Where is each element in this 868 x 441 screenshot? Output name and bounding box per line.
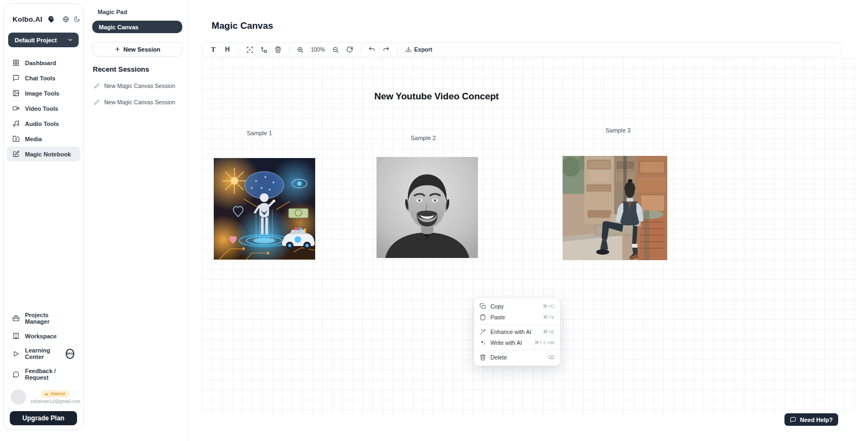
avatar	[11, 389, 26, 405]
dashboard-icon	[12, 59, 20, 66]
need-help-button[interactable]: Need Help?	[784, 413, 838, 426]
sidebar-item-label: Image Tools	[25, 90, 59, 97]
sidebar-item-label: Learning Center	[25, 347, 59, 360]
sidebar-bottom: Projects Manager Workspace Learning Cent…	[4, 308, 83, 425]
sidebar-item-chat-tools[interactable]: Chat Tools	[7, 71, 80, 85]
plus-icon	[114, 46, 120, 52]
delete-tool-button[interactable]	[271, 43, 284, 55]
sidebar-item-video-tools[interactable]: Video Tools	[7, 101, 80, 116]
sidebar-item-label: Audio Tools	[25, 121, 59, 127]
sidebar-item-label: Projects Manager	[25, 312, 74, 325]
moon-icon[interactable]	[73, 16, 80, 23]
context-menu-item-delete[interactable]: Delete ⌫	[474, 352, 560, 363]
canvas-toolbar: T H 100% Export	[202, 42, 842, 56]
sidebar-item-label: Magic Notebook	[25, 151, 71, 158]
sidebar-item-image-tools[interactable]: Image Tools	[7, 86, 80, 100]
select-tool-button[interactable]	[243, 43, 256, 55]
toolbar-divider	[238, 46, 239, 54]
zoom-out-button[interactable]	[329, 43, 342, 55]
sample-image-man-on-ruins[interactable]	[563, 156, 667, 260]
connector-tool-button[interactable]	[257, 43, 270, 55]
sidebar-item-workspace[interactable]: Workspace	[7, 329, 80, 343]
menu-divider	[474, 324, 560, 325]
help-chat-icon	[790, 417, 796, 423]
toolbar-divider	[397, 46, 398, 54]
sidebar-item-label: Video Tools	[25, 105, 58, 112]
sample-1-label[interactable]: Sample 1	[247, 130, 272, 136]
session-list-item[interactable]: New Magic Canvas Session	[87, 78, 188, 94]
play-icon	[12, 350, 20, 357]
pencil-icon	[94, 99, 100, 105]
undo-button[interactable]	[366, 43, 379, 55]
shortcut-label: ⌘+⇧+W	[534, 340, 554, 345]
sidebar-item-label: Workspace	[25, 333, 57, 339]
zoom-in-button[interactable]	[293, 43, 307, 55]
shortcut-label: ⌘+E	[543, 329, 554, 335]
media-folder-icon	[12, 135, 20, 142]
sample-image-ai-collage[interactable]: ¥	[214, 158, 315, 260]
paste-icon	[480, 314, 486, 320]
sidebar-item-label: Media	[25, 136, 42, 142]
chevron-down-icon	[67, 37, 73, 43]
sidebar-item-label: Chat Tools	[25, 75, 55, 81]
project-selector-label: Default Project	[15, 37, 57, 43]
user-email: zoharvan12@gmail.com	[30, 399, 80, 404]
export-button[interactable]: Export	[402, 43, 436, 55]
sample-image-portrait[interactable]	[376, 157, 478, 258]
project-selector[interactable]: Default Project	[8, 33, 79, 47]
copy-icon	[480, 303, 486, 310]
menu-divider	[474, 350, 560, 350]
sidebar-item-audio-tools[interactable]: Audio Tools	[7, 116, 80, 131]
sidebar-nav: Dashboard Chat Tools Image Tools Video T…	[4, 55, 83, 161]
sidebar-item-dashboard[interactable]: Dashboard	[7, 55, 80, 70]
heading-tool-button[interactable]: H	[221, 43, 234, 55]
session-list-item[interactable]: New Magic Canvas Session	[87, 94, 188, 110]
toolbar-divider	[289, 46, 289, 54]
context-menu: Copy ⌘+C Paste ⌘+V Enhance with AI ⌘+E W…	[474, 298, 560, 366]
sidebar-item-label: Dashboard	[25, 60, 56, 66]
toolbar-divider	[361, 46, 361, 54]
new-session-button[interactable]: New Session	[92, 42, 182, 56]
notebook-edit-icon	[12, 150, 20, 158]
chevron-up-icon	[73, 390, 77, 394]
sidebar-item-label: Feedback / Request	[25, 368, 74, 381]
reset-view-button[interactable]	[343, 43, 356, 55]
context-menu-item-paste[interactable]: Paste ⌘+V	[474, 312, 560, 323]
sample-3-label[interactable]: Sample 3	[605, 127, 630, 134]
building-icon	[12, 332, 20, 339]
trash-icon	[480, 354, 486, 361]
user-account-row[interactable]: Owner zoharvan12@gmail.com	[7, 385, 80, 410]
brain-head-icon	[46, 15, 55, 23]
learning-progress-badge: 66%	[66, 349, 74, 359]
sidebar-item-magic-notebook[interactable]: Magic Notebook	[7, 147, 80, 161]
sidebar-item-learning-center[interactable]: Learning Center 66%	[7, 343, 80, 364]
sidebar-item-media[interactable]: Media	[7, 131, 80, 146]
main-area: Magic Canvas T H 100%	[189, 0, 868, 441]
video-camera-icon	[12, 105, 20, 112]
sparkles-icon	[480, 339, 486, 346]
canvas-heading-text[interactable]: New Youtube Video Concept	[374, 91, 499, 102]
nav-magic-pad[interactable]: Magic Pad	[87, 0, 188, 15]
shortcut-label: ⌫	[547, 355, 554, 360]
image-icon	[12, 90, 20, 97]
briefcase-icon	[12, 315, 20, 322]
canvas-grid[interactable]: New Youtube Video Concept Sample 1 Sampl…	[202, 58, 856, 414]
shortcut-label: ⌘+V	[543, 314, 554, 320]
context-menu-item-copy[interactable]: Copy ⌘+C	[474, 301, 560, 312]
context-menu-item-enhance-ai[interactable]: Enhance with AI ⌘+E	[474, 326, 560, 337]
sidebar-item-feedback[interactable]: Feedback / Request	[7, 364, 80, 385]
shortcut-label: ⌘+C	[542, 304, 554, 309]
sample-2-label[interactable]: Sample 2	[411, 135, 436, 141]
context-menu-item-write-ai[interactable]: Write with AI ⌘+⇧+W	[474, 337, 560, 348]
text-tool-button[interactable]: T	[207, 43, 220, 55]
crown-icon	[44, 392, 49, 396]
nav-magic-canvas[interactable]: Magic Canvas	[92, 21, 182, 33]
feedback-chat-icon	[12, 371, 20, 378]
sidebar-item-projects-manager[interactable]: Projects Manager	[7, 308, 80, 329]
music-note-icon	[12, 120, 20, 127]
magic-wand-icon	[480, 329, 486, 335]
session-panel: Magic Pad Magic Canvas New Session Recen…	[87, 0, 188, 441]
redo-button[interactable]	[380, 43, 393, 55]
globe-icon[interactable]	[62, 16, 69, 23]
upgrade-plan-button[interactable]: Upgrade Plan	[10, 411, 77, 425]
